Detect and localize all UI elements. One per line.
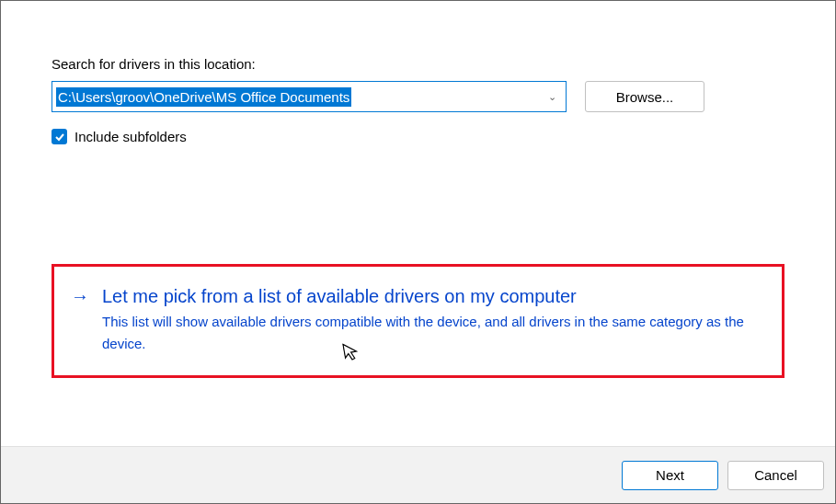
next-button[interactable]: Next xyxy=(622,461,718,490)
pick-option-title: Let me pick from a list of available dri… xyxy=(102,283,765,309)
search-path-value: C:\Users\groov\OneDrive\MS Office Docume… xyxy=(56,87,351,107)
check-icon xyxy=(54,132,65,143)
search-path-combobox[interactable]: C:\Users\groov\OneDrive\MS Office Docume… xyxy=(52,81,567,112)
pick-from-list-option[interactable]: → Let me pick from a list of available d… xyxy=(52,264,784,378)
pick-option-desc: This list will show available drivers co… xyxy=(102,311,765,355)
browse-button[interactable]: Browse... xyxy=(585,81,704,112)
include-subfolders-checkbox[interactable] xyxy=(52,129,67,144)
search-location-label: Search for drivers in this location: xyxy=(52,56,784,72)
arrow-right-icon: → xyxy=(71,283,89,309)
chevron-down-icon: ⌄ xyxy=(548,91,556,103)
include-subfolders-label: Include subfolders xyxy=(74,129,187,144)
dialog-footer: Next Cancel xyxy=(1,446,835,503)
cancel-button[interactable]: Cancel xyxy=(727,461,824,490)
